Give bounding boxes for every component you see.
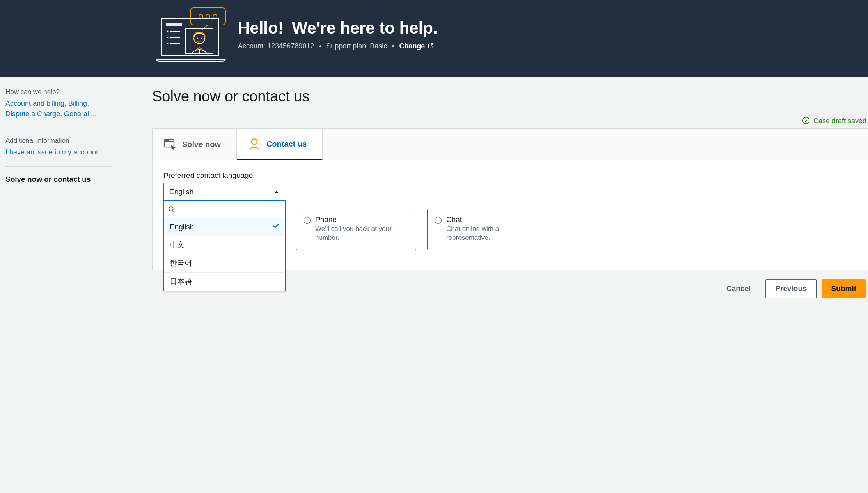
header-text: Hello! We're here to help. Account: 1234… [238,19,438,50]
tab-contact-us[interactable]: Contact us [237,129,323,160]
language-option-chinese[interactable]: 中文 [164,236,285,254]
header: Hello! We're here to help. Account: 1234… [0,0,868,77]
contact-option-chat[interactable]: Chat Chat online with a representative. [427,209,547,250]
svg-point-16 [201,37,202,39]
browser-cursor-icon [163,138,177,151]
language-option-label: 日本語 [170,277,192,287]
chat-title: Chat [446,215,540,224]
radio-phone[interactable] [304,217,311,224]
account-label: Account: [238,42,265,50]
header-title-b: We're here to help. [292,19,437,37]
svg-point-26 [169,207,173,211]
header-title: Hello! We're here to help. [238,19,438,37]
person-icon [248,137,261,151]
svg-point-3 [213,14,217,18]
tabs: Solve now Contact us [153,129,868,160]
tab-solve-now-label: Solve now [182,140,221,149]
sidebar-current-step: Solve now or contact us [5,175,112,184]
sidebar: How can we help? Account and billing, Bi… [0,77,117,488]
language-option-label: English [170,223,194,231]
svg-point-1 [199,14,203,18]
sidebar-addl-link[interactable]: I have an issue in my account [5,147,112,158]
page-title: Solve now or contact us [152,88,868,105]
svg-point-22 [166,140,167,141]
svg-point-15 [197,37,198,39]
account-id: 123456789012 [267,42,314,50]
language-field-label: Preferred contact language [163,171,856,180]
svg-rect-6 [166,23,182,26]
header-meta: Account: 123456789012 Support plan: Basi… [238,42,438,50]
phone-desc: We'll call you back at your number. [315,225,409,243]
separator-dot [319,45,321,47]
caret-up-icon [274,190,279,194]
svg-line-27 [172,210,174,212]
sidebar-help-link[interactable]: Account and billing, Billing, Dispute a … [5,98,112,119]
svg-point-24 [168,140,169,141]
submit-button[interactable]: Submit [822,279,866,298]
header-title-a: Hello! [238,19,284,37]
language-selected-value: English [169,188,193,196]
language-dropdown-button[interactable]: English [163,183,285,201]
language-option-english[interactable]: English [164,218,285,236]
svg-point-23 [167,140,168,141]
language-option-japanese[interactable]: 日本語 [164,273,285,291]
svg-point-11 [167,43,169,44]
svg-point-7 [167,31,169,32]
plan-label: Support plan: [326,42,368,50]
tab-contact-us-label: Contact us [266,140,307,149]
svg-point-9 [167,37,169,38]
tab-solve-now[interactable]: Solve now [153,129,237,160]
external-link-icon [428,43,434,49]
language-option-label: 中文 [170,240,185,250]
phone-title: Phone [315,215,409,224]
check-icon [272,222,280,232]
previous-button[interactable]: Previous [765,279,816,298]
svg-point-18 [197,42,198,43]
language-dropdown-panel: English 中文 한국어 [163,200,286,291]
sidebar-help-label: How can we help? [5,88,112,96]
radio-chat[interactable] [435,217,442,224]
search-icon [168,206,175,213]
contact-option-phone[interactable]: Phone We'll call you back at your number… [296,209,416,250]
chat-desc: Chat online with a representative. [446,225,540,243]
language-search-input[interactable] [178,201,285,218]
check-circle-icon [802,117,810,124]
svg-rect-0 [190,8,225,25]
support-illustration [156,7,226,62]
main: Solve now or contact us Case draft saved [117,77,868,488]
separator-dot [392,45,394,47]
sidebar-addl-label: Additional information [5,137,112,145]
cancel-button[interactable]: Cancel [717,279,760,298]
change-plan-link[interactable]: Change [399,42,434,50]
svg-point-2 [206,14,210,18]
plan-value: Basic [370,42,387,50]
draft-saved-status: Case draft saved [152,117,868,125]
language-option-label: 한국어 [170,258,192,268]
svg-point-25 [252,139,257,144]
contact-panel: Solve now Contact us Preferred contact l… [152,128,868,270]
language-option-korean[interactable]: 한국어 [164,254,285,273]
